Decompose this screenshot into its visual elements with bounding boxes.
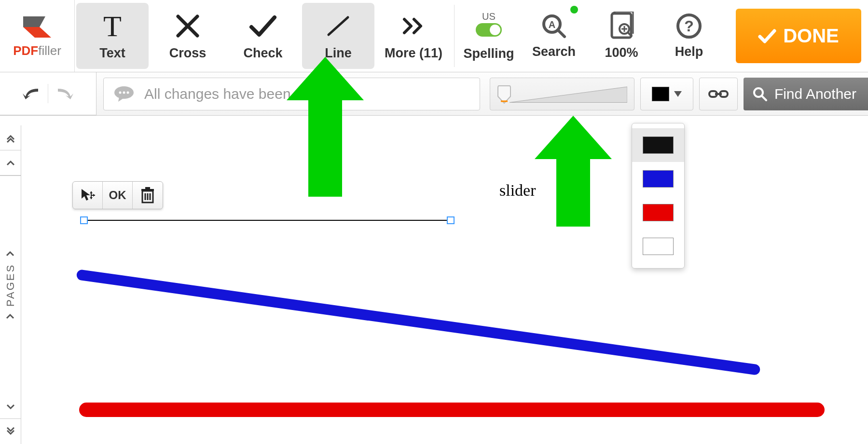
pages-collapse-bottom[interactable]: [0, 419, 21, 444]
move-handle-button[interactable]: [73, 182, 103, 209]
annotation-arrow-line-tool: [287, 57, 364, 197]
svg-point-18: [119, 91, 122, 94]
line-handle-right[interactable]: [447, 216, 455, 224]
search-icon: A: [540, 13, 567, 40]
undo-redo-sep: [48, 84, 48, 103]
cross-icon: [174, 11, 201, 41]
find-another-label: Find Another: [774, 86, 856, 102]
move-cursor-icon: [80, 187, 96, 203]
annotation-slider-label: slider: [499, 181, 536, 200]
text-icon: T: [97, 11, 127, 41]
tool-help[interactable]: ? Help: [655, 0, 723, 72]
spelling-label: Spelling: [463, 46, 514, 61]
svg-rect-37: [141, 189, 154, 191]
color-option-white[interactable]: [632, 229, 684, 263]
more-icon: [401, 11, 426, 41]
toolbar-divider: [454, 5, 455, 67]
svg-text:?: ?: [684, 17, 694, 35]
zoom-icon: [609, 12, 634, 40]
svg-marker-31: [93, 194, 95, 197]
check-icon: [248, 11, 277, 41]
delete-button[interactable]: [133, 182, 163, 209]
svg-marker-21: [510, 87, 627, 103]
pages-panel-toggle[interactable]: PAGES: [0, 175, 21, 394]
pages-collapse-top[interactable]: [0, 125, 21, 150]
done-button[interactable]: DONE: [736, 9, 861, 63]
red-line[interactable]: [79, 403, 825, 417]
svg-marker-23: [674, 91, 682, 97]
svg-line-8: [558, 30, 565, 37]
spelling-toggle[interactable]: [476, 23, 502, 37]
tool-text[interactable]: T Text: [76, 3, 149, 69]
svg-marker-1: [23, 27, 51, 38]
status-text: All changes have been sa: [144, 86, 310, 102]
tool-check-label: Check: [243, 46, 282, 61]
color-picker-button[interactable]: [640, 78, 693, 110]
blue-line[interactable]: [76, 269, 760, 376]
chevron-down-icon: [674, 91, 682, 97]
slider-track-icon: [510, 85, 627, 105]
svg-marker-42: [287, 57, 364, 197]
pages-prev[interactable]: [0, 150, 21, 175]
tool-cross[interactable]: Cross: [152, 3, 224, 69]
color-option-blue[interactable]: [632, 162, 684, 196]
svg-marker-29: [82, 189, 90, 201]
pages-strip: PAGES: [0, 125, 21, 444]
svg-point-20: [127, 91, 129, 94]
done-label: DONE: [783, 25, 839, 47]
help-icon: ?: [675, 13, 703, 40]
svg-line-28: [762, 96, 766, 100]
link-icon: [708, 88, 729, 100]
done-check-icon: [758, 27, 776, 45]
tool-spelling[interactable]: US Spelling: [457, 0, 520, 72]
undo-redo-group: [0, 72, 96, 115]
svg-marker-0: [23, 16, 45, 27]
current-color-swatch: [652, 87, 669, 101]
tool-zoom[interactable]: 100%: [588, 0, 655, 72]
logo[interactable]: PDFfiller: [0, 0, 75, 72]
pdffiller-logo-icon: [20, 13, 54, 42]
annotation-arrow-slider: [535, 116, 612, 227]
search-icon: [752, 86, 768, 102]
find-another-button[interactable]: Find Another: [744, 78, 868, 110]
pages-next[interactable]: [0, 394, 21, 419]
tool-text-label: Text: [99, 46, 125, 61]
pages-label: PAGES: [4, 263, 17, 306]
svg-line-5: [329, 17, 348, 35]
document-canvas[interactable]: OK: [21, 125, 868, 444]
svg-point-19: [123, 91, 125, 94]
svg-text:A: A: [549, 19, 555, 30]
line-icon: [324, 11, 353, 41]
second-bar: All changes have been sa Find Another: [0, 72, 868, 116]
logo-text: PDFfiller: [13, 43, 61, 58]
svg-marker-35: [90, 197, 93, 199]
svg-rect-38: [145, 187, 150, 189]
zoom-label: 100%: [605, 45, 638, 60]
undo-icon[interactable]: [21, 85, 42, 102]
thickness-slider[interactable]: [490, 78, 634, 110]
tool-cross-label: Cross: [169, 46, 207, 61]
spelling-locale: US: [482, 11, 496, 22]
search-label: Search: [532, 44, 576, 59]
trash-icon: [140, 187, 155, 203]
slider-thumb-icon[interactable]: [497, 85, 511, 104]
svg-marker-33: [90, 191, 93, 193]
top-toolbar: PDFfiller T Text Cross Check Line More (…: [0, 0, 868, 72]
link-button[interactable]: [699, 78, 738, 110]
speech-bubble-icon: [113, 85, 135, 103]
tool-search[interactable]: A Search: [520, 0, 588, 72]
ok-button[interactable]: OK: [103, 182, 133, 209]
tool-more-label: More (11): [385, 46, 442, 61]
color-dropdown: [632, 123, 685, 269]
tool-more[interactable]: More (11): [377, 3, 450, 69]
redo-icon[interactable]: [54, 85, 75, 102]
search-indicator-dot: [570, 6, 578, 13]
svg-marker-43: [535, 116, 612, 227]
color-option-black[interactable]: [632, 128, 684, 162]
color-option-red[interactable]: [632, 196, 684, 229]
help-label: Help: [675, 44, 703, 59]
line-floating-toolbar: OK: [72, 181, 163, 209]
selected-black-line[interactable]: [84, 220, 451, 221]
line-handle-left[interactable]: [80, 216, 88, 224]
svg-text:T: T: [103, 11, 122, 41]
